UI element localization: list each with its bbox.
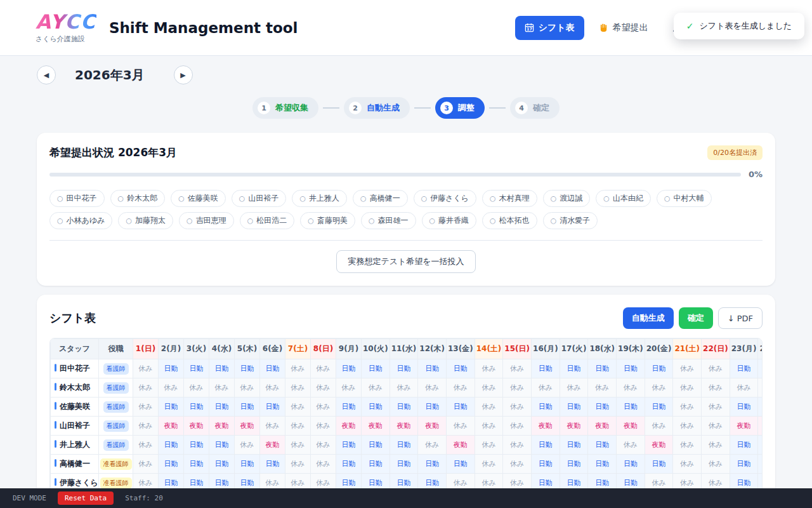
shift-cell[interactable]: 日勤	[336, 455, 362, 474]
shift-cell[interactable]: 休み	[503, 359, 532, 378]
shift-cell[interactable]: 休み	[285, 359, 311, 378]
shift-cell[interactable]: 夜勤	[645, 436, 673, 455]
shift-cell[interactable]: 日勤	[532, 436, 560, 455]
shift-cell[interactable]: 日勤	[532, 398, 560, 417]
shift-cell[interactable]: 休み	[133, 359, 159, 378]
shift-cell[interactable]: 休み	[503, 436, 532, 455]
shift-cell[interactable]: 日勤	[209, 455, 235, 474]
shift-cell[interactable]: 日勤	[617, 455, 645, 474]
shift-cell[interactable]: 夜勤	[235, 417, 260, 436]
shift-cell[interactable]: 休み	[702, 398, 730, 417]
shift-cell[interactable]: 休み	[418, 378, 447, 398]
shift-cell[interactable]: 日勤	[362, 436, 390, 455]
shift-cell[interactable]: 休み	[447, 417, 475, 436]
shift-cell[interactable]: 日勤	[645, 398, 673, 417]
shift-cell[interactable]: 休み	[588, 378, 617, 398]
shift-cell[interactable]: 日勤	[336, 359, 362, 378]
shift-cell[interactable]: 日勤	[418, 359, 447, 378]
shift-cell[interactable]: 日勤	[645, 359, 673, 378]
shift-cell[interactable]: 日勤	[730, 455, 758, 474]
shift-cell[interactable]: 休み	[285, 417, 311, 436]
shift-cell[interactable]: 休み	[285, 378, 311, 398]
shift-cell[interactable]: 日勤	[588, 398, 617, 417]
shift-cell[interactable]: 休み	[673, 436, 702, 455]
shift-cell[interactable]: 休み	[475, 417, 503, 436]
shift-cell[interactable]: 日勤	[447, 455, 475, 474]
shift-cell[interactable]: 日勤	[588, 359, 617, 378]
shift-cell[interactable]: 日勤	[418, 455, 447, 474]
shift-cell[interactable]: 休み	[475, 455, 503, 474]
shift-cell[interactable]: 日勤	[362, 455, 390, 474]
shift-cell[interactable]: 日勤	[560, 359, 588, 378]
shift-cell[interactable]: 日勤	[235, 359, 260, 378]
shift-cell[interactable]: 夜勤	[560, 417, 588, 436]
shift-cell[interactable]: 休み	[133, 455, 159, 474]
shift-cell[interactable]: 休み	[133, 436, 159, 455]
shift-cell[interactable]: 夜勤	[362, 417, 390, 436]
shift-cell[interactable]: 日勤	[260, 455, 285, 474]
shift-cell[interactable]: 休み	[235, 436, 260, 455]
shift-cell[interactable]: 休み	[447, 378, 475, 398]
shift-cell[interactable]: 日勤	[390, 359, 418, 378]
shift-cell[interactable]: 日勤	[184, 436, 209, 455]
shift-cell[interactable]: 休み	[673, 359, 702, 378]
auto-generate-button[interactable]: 自動生成	[623, 307, 674, 329]
shift-cell[interactable]: 休み	[532, 378, 560, 398]
shift-cell[interactable]: 日勤	[209, 436, 235, 455]
shift-cell[interactable]: 休み	[209, 378, 235, 398]
shift-cell[interactable]: 休み	[235, 378, 260, 398]
shift-cell[interactable]: 日勤	[235, 398, 260, 417]
shift-cell[interactable]: 日勤	[447, 359, 475, 378]
bulk-test-request-button[interactable]: 実務想定テスト希望を一括投入	[336, 250, 475, 273]
pdf-download-button[interactable]: ↓ PDF	[718, 307, 763, 329]
shift-cell[interactable]: 日勤	[447, 398, 475, 417]
shift-cell[interactable]: 日勤	[560, 398, 588, 417]
shift-cell[interactable]: 休み	[673, 417, 702, 436]
reset-data-button[interactable]: Reset Data	[58, 491, 114, 505]
shift-cell[interactable]: 夜勤	[418, 417, 447, 436]
shift-cell[interactable]: 夜勤	[617, 417, 645, 436]
shift-cell[interactable]: 夜勤	[184, 417, 209, 436]
shift-cell[interactable]: 休み	[311, 359, 336, 378]
shift-cell[interactable]: 夜勤	[532, 417, 560, 436]
shift-cell[interactable]: 日勤	[730, 359, 758, 378]
shift-cell[interactable]: 休み	[336, 378, 362, 398]
shift-cell[interactable]: 休み	[133, 417, 159, 436]
shift-cell[interactable]: 休み	[311, 436, 336, 455]
shift-cell[interactable]: 休み	[475, 436, 503, 455]
shift-cell[interactable]: 日勤	[362, 398, 390, 417]
shift-cell[interactable]: 休み	[285, 455, 311, 474]
shift-cell[interactable]: 休み	[184, 378, 209, 398]
shift-cell[interactable]: 日勤	[260, 398, 285, 417]
shift-cell[interactable]: 休み	[133, 398, 159, 417]
shift-cell[interactable]: 休み	[673, 378, 702, 398]
shift-cell[interactable]: 日勤	[336, 436, 362, 455]
shift-cell[interactable]: 休み	[418, 436, 447, 455]
shift-cell[interactable]: 日勤	[159, 398, 184, 417]
next-month-button[interactable]: ▶	[174, 65, 193, 84]
shift-cell[interactable]: 日勤	[645, 455, 673, 474]
shift-cell[interactable]: 日勤	[159, 359, 184, 378]
shift-cell[interactable]: 休み	[702, 378, 730, 398]
shift-cell[interactable]: 休み	[702, 417, 730, 436]
shift-cell[interactable]: 休み	[645, 378, 673, 398]
shift-cell[interactable]: 休み	[673, 398, 702, 417]
shift-cell[interactable]: 日勤	[336, 398, 362, 417]
shift-cell[interactable]: 夜勤	[447, 436, 475, 455]
shift-cell[interactable]: 日勤	[532, 455, 560, 474]
shift-cell[interactable]: 日勤	[159, 455, 184, 474]
shift-cell[interactable]: 日勤	[209, 359, 235, 378]
shift-cell[interactable]: 日勤	[390, 398, 418, 417]
shift-cell[interactable]: 日勤	[418, 398, 447, 417]
shift-cell[interactable]: 夜勤	[336, 417, 362, 436]
shift-cell[interactable]: 休み	[702, 455, 730, 474]
shift-cell[interactable]: 日勤	[588, 436, 617, 455]
shift-cell[interactable]: 休み	[311, 378, 336, 398]
shift-cell[interactable]: 夜勤	[159, 417, 184, 436]
shift-cell[interactable]: 休み	[390, 378, 418, 398]
shift-cell[interactable]: 日勤	[235, 455, 260, 474]
shift-cell[interactable]: 休み	[285, 436, 311, 455]
shift-cell[interactable]: 夜勤	[588, 417, 617, 436]
shift-cell[interactable]: 日勤	[209, 398, 235, 417]
shift-cell[interactable]: 休み	[758, 378, 763, 398]
